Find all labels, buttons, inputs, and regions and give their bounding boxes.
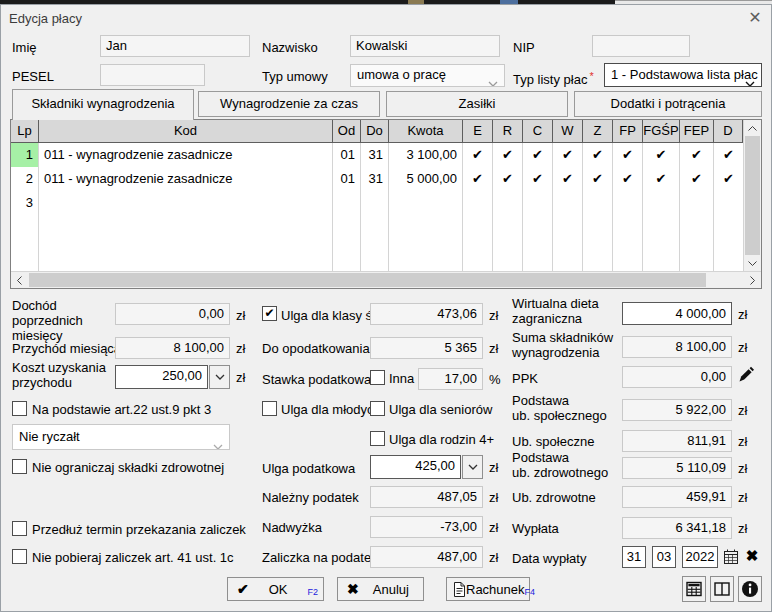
- grid-cell-kod-3[interactable]: [39, 191, 332, 215]
- typ-umowy-select[interactable]: umowa o pracę: [350, 64, 505, 87]
- grid-cell-w-3[interactable]: [553, 191, 582, 215]
- data-wyplaty-day-field[interactable]: 31: [622, 546, 646, 568]
- grid-cell-z-1[interactable]: ✔: [583, 143, 612, 167]
- columns-button[interactable]: [710, 576, 734, 602]
- chevron-right-icon[interactable]: [744, 272, 761, 288]
- horizontal-scrollbar[interactable]: [11, 271, 761, 288]
- grid-cell-e-3[interactable]: [463, 191, 492, 215]
- zl-unit: zł: [489, 490, 498, 505]
- nie-ograniczaj-skladki-checkbox[interactable]: [12, 459, 27, 474]
- grid-cell-od-1[interactable]: 01: [333, 143, 360, 167]
- ulga-podatkowa-combo[interactable]: 425,00: [370, 455, 483, 479]
- chevron-up-icon[interactable]: [744, 120, 761, 136]
- grid-cell-kod-1[interactable]: 011 - wynagrodzenie zasadnicze: [39, 143, 332, 167]
- rachunek-button[interactable]: Rachunek F4: [446, 577, 530, 601]
- zl-unit: zł: [236, 370, 245, 385]
- calculator-button[interactable]: [682, 576, 706, 602]
- chevron-down-icon[interactable]: [209, 365, 230, 389]
- vertical-scrollbar[interactable]: [743, 120, 761, 271]
- na-podstawie-art22-checkbox[interactable]: [12, 401, 27, 416]
- tab-zasilki[interactable]: Zasiłki: [386, 91, 568, 117]
- typ-listy-select[interactable]: 1 - Podstawowa lista płac: [604, 63, 762, 87]
- grid-cell-fp-2[interactable]: ✔: [613, 167, 642, 191]
- ulga-klasy-field: 473,06: [370, 303, 483, 325]
- grid-cell-z-2[interactable]: ✔: [583, 167, 612, 191]
- data-wyplaty-month-field[interactable]: 03: [652, 546, 676, 568]
- grid-cell-lp-3[interactable]: 3: [11, 191, 38, 215]
- grid-cell-e-2[interactable]: ✔: [463, 167, 492, 191]
- zl-unit: zł: [489, 520, 498, 535]
- close-icon[interactable]: ✕: [744, 7, 766, 29]
- wyplata-label: Wypłata: [512, 521, 559, 536]
- zl-unit: zł: [489, 460, 498, 475]
- ulga-podatkowa-label: Ulga podatkowa: [262, 461, 355, 476]
- grid-cell-r-3[interactable]: [493, 191, 522, 215]
- grid-cell-fgsp-1[interactable]: ✔: [643, 143, 679, 167]
- tab-wynagrodzenie-za-czas[interactable]: Wynagrodzenie za czas niezdol...: [198, 91, 380, 117]
- ok-button[interactable]: ✔ OK F2: [227, 577, 324, 601]
- ulga-mlodych-checkbox[interactable]: [262, 401, 277, 416]
- grid-cell-fp-1[interactable]: ✔: [613, 143, 642, 167]
- ulga-rodzin-checkbox[interactable]: [370, 431, 385, 446]
- clear-date-icon[interactable]: ✖: [743, 546, 761, 566]
- data-wyplaty-year-field[interactable]: 2022: [682, 546, 718, 568]
- wirtualna-dieta-field[interactable]: 4 000,00: [622, 302, 732, 325]
- przedluz-termin-checkbox[interactable]: [12, 521, 27, 536]
- ub-spoleczne-field: 811,91: [622, 430, 732, 452]
- ulga-seniorow-checkbox[interactable]: [370, 401, 385, 416]
- grid-cell-do-3[interactable]: [361, 191, 388, 215]
- grid-cell-od-2[interactable]: 01: [333, 167, 360, 191]
- chevron-down-icon: [488, 73, 498, 88]
- koszt-label: Koszt uzyskaniaprzychodu: [12, 360, 116, 390]
- grid-cell-do-1[interactable]: 31: [361, 143, 388, 167]
- grid-cell-w-2[interactable]: ✔: [553, 167, 582, 191]
- grid-cell-fgsp-2[interactable]: ✔: [643, 167, 679, 191]
- info-button[interactable]: [738, 576, 762, 602]
- chevron-down-icon[interactable]: [744, 255, 761, 271]
- document-icon: [453, 582, 466, 597]
- grid-cell-e-1[interactable]: ✔: [463, 143, 492, 167]
- inna-label: Inna: [389, 371, 414, 386]
- grid-cell-lp-2[interactable]: 2: [11, 167, 38, 191]
- horizontal-scroll-thumb[interactable]: [29, 273, 706, 287]
- grid-cell-z-3[interactable]: [583, 191, 612, 215]
- grid-cell-kwota-1[interactable]: 3 100,00: [389, 143, 462, 167]
- grid-cell-kwota-3[interactable]: [389, 191, 462, 215]
- ok-fkey: F2: [307, 587, 318, 597]
- grid-cell-r-1[interactable]: ✔: [493, 143, 522, 167]
- grid-cell-c-1[interactable]: ✔: [523, 143, 552, 167]
- screen: Edycja płacy ✕ Imię Jan Nazwisko Kowalsk…: [0, 0, 772, 612]
- grid-cell-c-2[interactable]: ✔: [523, 167, 552, 191]
- nie-pobieraj-zaliczek-checkbox[interactable]: [12, 549, 27, 564]
- grid-cell-d-1[interactable]: ✔: [714, 143, 743, 167]
- tab-dodatki-i-potracenia[interactable]: Dodatki i potrącenia: [574, 91, 762, 117]
- grid-cell-r-2[interactable]: ✔: [493, 167, 522, 191]
- grid-cell-fgsp-3[interactable]: [643, 191, 679, 215]
- grid-cell-d-3[interactable]: [714, 191, 743, 215]
- chevron-down-icon[interactable]: [462, 455, 483, 479]
- ulga-klasy-checkbox[interactable]: ✔: [262, 306, 277, 321]
- grid-header-lp: Lp: [11, 120, 39, 142]
- grid-cell-fep-2[interactable]: ✔: [680, 167, 713, 191]
- zl-unit: zł: [489, 341, 498, 356]
- calendar-icon[interactable]: [722, 548, 740, 566]
- grid-cell-do-2[interactable]: 31: [361, 167, 388, 191]
- grid-cell-lp-1[interactable]: 1: [11, 143, 38, 167]
- grid-cell-fp-3[interactable]: [613, 191, 642, 215]
- anuluj-button[interactable]: ✖ Anuluj: [337, 577, 424, 601]
- grid-cell-kod-2[interactable]: 011 - wynagrodzenie zasadnicze: [39, 167, 332, 191]
- tab-skladniki-wynagrodzenia[interactable]: Składniki wynagrodzenia: [12, 89, 194, 120]
- pencil-icon[interactable]: [736, 365, 756, 385]
- ryczalt-select[interactable]: Nie ryczałt: [12, 424, 230, 450]
- inna-checkbox[interactable]: [370, 370, 385, 385]
- grid-cell-w-1[interactable]: ✔: [553, 143, 582, 167]
- grid-cell-kwota-2[interactable]: 5 000,00: [389, 167, 462, 191]
- grid-cell-d-2[interactable]: ✔: [714, 167, 743, 191]
- grid-cell-od-3[interactable]: [333, 191, 360, 215]
- koszt-combo[interactable]: 250,00: [115, 365, 230, 389]
- chevron-left-icon[interactable]: [11, 272, 28, 288]
- grid-cell-c-3[interactable]: [523, 191, 552, 215]
- vertical-scroll-thumb[interactable]: [745, 136, 760, 255]
- grid-cell-fep-1[interactable]: ✔: [680, 143, 713, 167]
- grid-cell-fep-3[interactable]: [680, 191, 713, 215]
